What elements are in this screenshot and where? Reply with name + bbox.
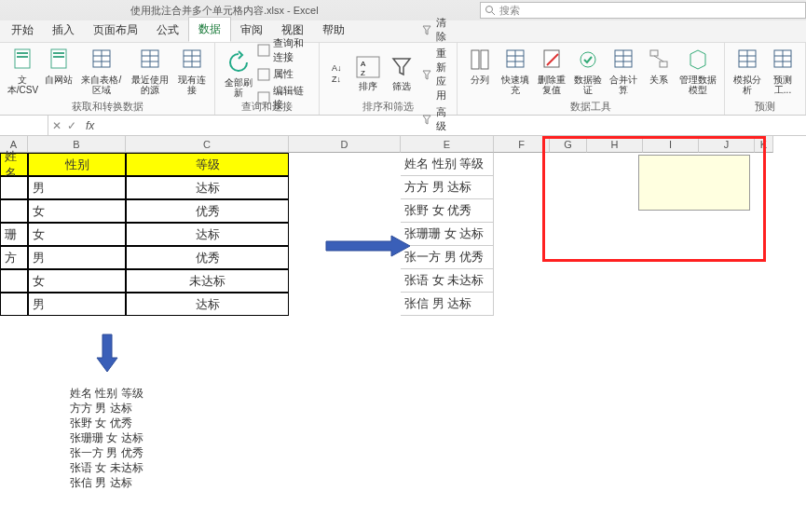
g2-item-1[interactable]: 属性 — [255, 66, 313, 82]
cell-C3[interactable]: 优秀 — [126, 199, 289, 223]
sort-az-icon: A↓Z↓ — [331, 61, 346, 86]
g2-item-0[interactable]: 查询和连接 — [255, 35, 313, 65]
group-label: 查询和连接 — [215, 100, 318, 114]
cell-E3[interactable]: 张野 女 优秀 — [401, 199, 494, 223]
cell-C2[interactable]: 达标 — [126, 176, 289, 199]
sort-az-button[interactable]: A↓Z↓ — [325, 60, 351, 88]
cell-B1[interactable]: 性别 — [28, 153, 126, 176]
col-header-B[interactable]: B — [28, 136, 126, 153]
cell-E5[interactable]: 张一方 男 优秀 — [401, 246, 494, 269]
col-header-I[interactable]: I — [643, 136, 699, 153]
filter-button[interactable]: 筛选 — [385, 53, 418, 93]
g5-btn-0[interactable]: 模拟分析 — [731, 45, 764, 97]
btn-label: 关系 — [649, 75, 668, 85]
cell-C7[interactable]: 达标 — [126, 293, 289, 316]
g1-btn-4[interactable]: 现有连接 — [175, 45, 209, 97]
g4-btn-3[interactable]: 数据验证 — [571, 45, 605, 97]
check-icon[interactable]: ✓ — [67, 119, 76, 132]
group-get-data: 文本/CSV自网站来自表格/区域最近使用的源现有连接 获取和转换数据 — [0, 43, 215, 115]
col-header-H[interactable]: H — [587, 136, 643, 153]
group-sort: A↓Z↓ AZ 排序 筛选 清除重新应用高级 排序和筛选 — [320, 43, 458, 115]
cancel-icon[interactable]: ✕ — [52, 119, 61, 132]
g5-btn-1[interactable]: 预测工... — [766, 45, 799, 97]
cell-B5[interactable]: 男 — [28, 246, 126, 269]
g1-btn-0[interactable]: 文本/CSV — [6, 45, 40, 97]
cell-E1[interactable]: 姓名 性别 等级 — [401, 153, 494, 176]
col-header-E[interactable]: E — [401, 136, 494, 153]
g4-btn-4[interactable]: 合并计算 — [607, 45, 640, 97]
note-line-1: 方方 男 达标 — [70, 401, 132, 416]
note-line-5: 张语 女 未达标 — [70, 460, 143, 476]
cell-E2[interactable]: 方方 男 达标 — [401, 176, 494, 199]
refresh-all-button[interactable]: 全部刷新 — [221, 48, 255, 100]
cell-A5[interactable]: 方 — [0, 246, 28, 269]
g4-btn-2[interactable]: 删除重复值 — [534, 45, 569, 97]
tab-0[interactable]: 开始 — [2, 19, 43, 42]
note-line-4: 张一方 男 优秀 — [70, 445, 143, 461]
comment-note[interactable] — [638, 155, 750, 211]
cell-E7[interactable]: 张信 男 达标 — [401, 293, 494, 316]
tab-4[interactable]: 数据 — [188, 17, 231, 42]
g3-item-1[interactable]: 重新应用 — [418, 46, 451, 103]
btn-label: 来自表格/区域 — [79, 75, 124, 95]
col-header-F[interactable]: F — [494, 136, 550, 153]
table-icon — [181, 47, 203, 73]
col-header-G[interactable]: G — [550, 136, 587, 153]
g4-btn-6[interactable]: 管理数据模型 — [677, 45, 718, 97]
cell-C6[interactable]: 未达标 — [126, 269, 289, 293]
cell-A6[interactable] — [0, 269, 28, 293]
cell-B2[interactable]: 男 — [28, 176, 126, 199]
cell-B4[interactable]: 女 — [28, 223, 126, 246]
ribbon: 文本/CSV自网站来自表格/区域最近使用的源现有连接 获取和转换数据 全部刷新 … — [0, 43, 806, 116]
col-header-J[interactable]: J — [699, 136, 755, 153]
cell-A7[interactable] — [0, 293, 28, 316]
col-header-C[interactable]: C — [126, 136, 289, 153]
cell-E6[interactable]: 张语 女 未达标 — [401, 269, 494, 293]
g3-item-0[interactable]: 清除 — [418, 15, 451, 45]
btn-label: 管理数据模型 — [679, 75, 717, 95]
cell-B3[interactable]: 女 — [28, 199, 126, 223]
sort-button[interactable]: AZ 排序 — [351, 53, 385, 93]
btn-label: 文本/CSV — [7, 75, 38, 95]
cell-A4[interactable]: 珊 — [0, 223, 28, 246]
btn-label: 筛选 — [392, 81, 411, 91]
table-icon — [736, 47, 758, 73]
svg-text:A: A — [361, 60, 366, 68]
cell-C1[interactable]: 等级 — [126, 153, 289, 176]
filename: 使用批注合并多个单元格内容.xlsx - Excel — [130, 4, 319, 18]
cell-E4[interactable]: 张珊珊 女 达标 — [401, 223, 494, 246]
g1-btn-2[interactable]: 来自表格/区域 — [77, 45, 126, 97]
name-box[interactable] — [0, 116, 48, 135]
cell-A2[interactable] — [0, 176, 28, 199]
g4-btn-0[interactable]: 分列 — [463, 45, 497, 87]
table-icon — [139, 47, 161, 73]
delete-icon — [541, 47, 562, 73]
tab-1[interactable]: 插入 — [43, 19, 84, 42]
cell-B7[interactable]: 男 — [28, 293, 126, 316]
cell-B6[interactable]: 女 — [28, 269, 126, 293]
g4-btn-5[interactable]: 关系 — [642, 45, 676, 87]
valid-icon — [578, 47, 598, 73]
fx-icon[interactable]: fx — [80, 119, 100, 132]
cell-A3[interactable] — [0, 199, 28, 223]
g1-btn-3[interactable]: 最近使用的源 — [128, 45, 174, 97]
table-icon — [612, 47, 635, 73]
g4-btn-1[interactable]: 快速填充 — [499, 45, 532, 97]
col-header-K[interactable]: K — [755, 136, 773, 153]
search-input[interactable]: 搜索 — [480, 2, 806, 19]
cell-C5[interactable]: 优秀 — [126, 246, 289, 269]
svg-text:Z↓: Z↓ — [332, 75, 341, 84]
note-line-6: 张信 男 达标 — [70, 475, 132, 491]
tab-3[interactable]: 公式 — [147, 19, 188, 42]
refresh-icon — [225, 49, 252, 75]
g1-btn-1[interactable]: 自网站 — [42, 45, 75, 87]
cell-C4[interactable]: 达标 — [126, 223, 289, 246]
cell-A1[interactable]: 姓名 — [0, 153, 28, 176]
model-icon — [688, 47, 708, 73]
filter-icon — [389, 55, 414, 79]
item-icon — [420, 113, 433, 126]
col-header-D[interactable]: D — [289, 136, 401, 153]
tab-7[interactable]: 帮助 — [313, 19, 354, 42]
tab-2[interactable]: 页面布局 — [84, 19, 147, 42]
spreadsheet-grid[interactable]: ABCDEFGHIJK 姓名性别等级男达标女优秀珊女达标方男优秀女未达标男达标姓… — [0, 136, 806, 532]
